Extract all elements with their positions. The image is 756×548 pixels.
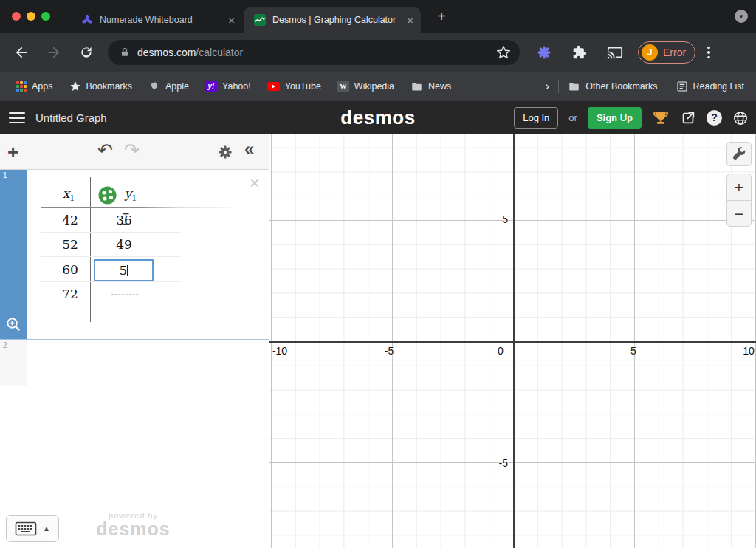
numerade-favicon-icon [81, 14, 93, 26]
url-host: desmos.com [137, 47, 196, 58]
bookmark-star-icon[interactable] [496, 45, 511, 60]
forward-button[interactable] [43, 41, 65, 64]
profile-sync-error-label: Error [663, 47, 686, 58]
cell-y-selected[interactable]: 5 [94, 259, 154, 281]
bookmark-news-folder[interactable]: News [410, 81, 451, 92]
undo-button[interactable]: ↶ [97, 140, 113, 161]
main-menu-icon[interactable] [9, 112, 25, 124]
cell-x[interactable]: 42 [55, 208, 85, 233]
reading-list-button[interactable]: Reading List [676, 81, 745, 92]
cast-icon[interactable] [604, 41, 626, 64]
yahoo-icon: y! [205, 81, 217, 92]
y-tick-label: 5 [487, 213, 508, 225]
browser-tab-strip: Numerade Whiteboard × Desmos | Graphing … [0, 0, 756, 33]
lock-icon [120, 47, 130, 58]
collapse-panel-button[interactable]: « [244, 139, 254, 160]
bookmark-label: Bookmarks [86, 81, 133, 92]
zoom-out-button[interactable]: − [727, 201, 751, 227]
bookmark-apple[interactable]: Apple [148, 81, 189, 92]
address-bar[interactable]: desmos.com/calculator [108, 40, 520, 65]
new-tab-button[interactable]: + [432, 7, 451, 27]
reload-button[interactable] [75, 41, 97, 64]
trophy-icon[interactable] [652, 109, 670, 127]
reading-list-icon [676, 81, 688, 92]
log-in-button[interactable]: Log In [514, 107, 558, 129]
tab-desmos[interactable]: Desmos | Graphing Calculator × [244, 7, 421, 33]
x-tick-label: 10 [743, 345, 755, 357]
help-icon[interactable]: ? [707, 110, 722, 126]
profile-avatar: J [642, 44, 658, 61]
bookmark-bookmarks[interactable]: Bookmarks [69, 81, 133, 92]
other-bookmarks-button[interactable]: Other Bookmarks [568, 81, 657, 92]
keyboard-icon [15, 521, 37, 536]
tab-search-icon[interactable]: ▾ [735, 10, 748, 23]
powered-by-desmos-watermark: powered by desmos [87, 511, 179, 538]
delete-expression-icon[interactable]: × [250, 174, 260, 192]
expression-item-1[interactable]: 1 x1 [0, 170, 269, 340]
table-row-empty[interactable] [41, 306, 181, 321]
language-globe-icon[interactable] [732, 110, 749, 126]
bookmark-label: Yahoo! [222, 81, 251, 92]
screen: Numerade Whiteboard × Desmos | Graphing … [0, 0, 756, 548]
youtube-icon [267, 82, 280, 91]
table-row: 52 49 [41, 233, 181, 257]
wikipedia-icon: W [337, 81, 349, 92]
expression-2-gutter[interactable]: 2 [0, 340, 27, 386]
or-label: or [568, 112, 577, 123]
add-expression-button[interactable]: + [7, 141, 18, 164]
x-tick-label: -10 [272, 345, 287, 357]
profile-error-button[interactable]: J Error [638, 41, 695, 64]
back-button[interactable] [10, 41, 32, 64]
desmos-favicon-icon [254, 14, 266, 26]
empty-cell-placeholder[interactable] [111, 294, 138, 295]
cell-x[interactable]: 60 [55, 258, 85, 282]
close-window-button[interactable] [12, 12, 21, 21]
bookmark-wikipedia[interactable]: W Wikipedia [337, 81, 394, 92]
folder-icon [410, 81, 423, 92]
y-tick-label: -5 [487, 457, 508, 469]
bookmark-yahoo[interactable]: y! Yahoo! [205, 81, 251, 92]
graph-title[interactable]: Untitled Graph [35, 112, 107, 124]
column-header-y1[interactable]: y1 [116, 186, 145, 203]
bookmarks-overflow-icon[interactable]: › [546, 79, 550, 94]
sign-up-button[interactable]: Sign Up [588, 107, 642, 129]
zoom-fit-icon[interactable] [5, 316, 22, 333]
minimize-window-button[interactable] [27, 12, 35, 21]
expression-1-gutter[interactable]: 1 [0, 170, 27, 339]
graph-paper[interactable]: -10 -5 0 5 10 5 -5 + − [269, 134, 756, 548]
bookmark-youtube[interactable]: YouTube [267, 81, 321, 92]
column-header-x1[interactable]: x1 [54, 186, 83, 203]
extension-flower-icon[interactable] [533, 41, 555, 64]
star-icon [69, 81, 81, 92]
zoom-in-button[interactable]: + [727, 174, 751, 201]
ibeam-cursor-icon [122, 213, 130, 225]
main-content: + ↶ ↷ « 1 [0, 134, 756, 548]
keyboard-expand-icon: ▲ [43, 524, 50, 532]
cell-x[interactable]: 52 [55, 233, 85, 257]
table-header-rule [41, 207, 181, 208]
url-path: /calculator [196, 47, 243, 58]
graph-settings-wrench-button[interactable] [726, 142, 752, 166]
bookmark-apps[interactable]: Apps [16, 81, 53, 92]
tab-close-icon[interactable]: × [228, 15, 235, 26]
table-expression: x1 y1 42 36 [27, 170, 269, 339]
bookmark-label: Reading List [693, 81, 745, 92]
bookmark-label: YouTube [285, 81, 321, 92]
redo-button[interactable]: ↷ [124, 140, 140, 161]
tab-numerade-whiteboard[interactable]: Numerade Whiteboard × [71, 7, 242, 33]
show-keyboard-button[interactable]: ▲ [6, 515, 59, 542]
bookmark-label: Other Bookmarks [585, 81, 657, 92]
column-style-circle-icon[interactable] [97, 185, 117, 205]
apple-icon [148, 81, 160, 92]
browser-menu-icon[interactable] [707, 47, 710, 59]
tab-title: Numerade Whiteboard [100, 15, 222, 25]
cell-y[interactable]: 49 [109, 233, 139, 257]
edit-list-gear-icon[interactable] [216, 143, 234, 161]
tab-close-icon[interactable]: × [407, 15, 413, 26]
extensions-puzzle-icon[interactable] [568, 41, 591, 64]
maximize-window-button[interactable] [41, 12, 50, 21]
expression-item-2[interactable]: 2 [0, 340, 269, 369]
share-icon[interactable] [680, 110, 696, 126]
text-caret [127, 265, 128, 276]
cell-x[interactable]: 72 [55, 282, 85, 306]
